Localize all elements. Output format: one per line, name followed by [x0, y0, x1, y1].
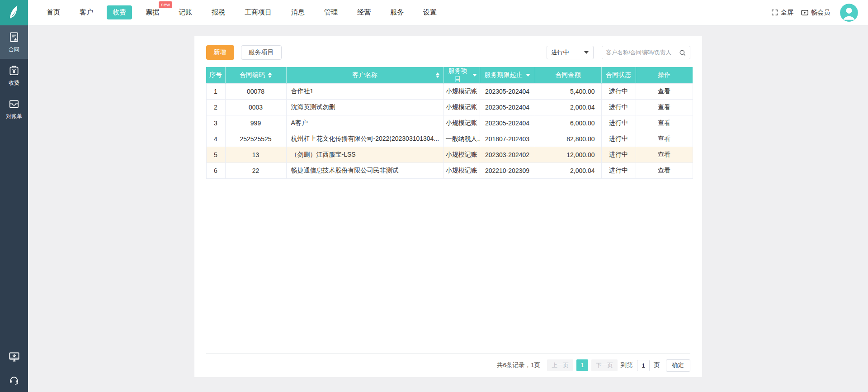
view-link[interactable]: 查看	[658, 87, 670, 95]
pagination-bar: 共6条记录，1页 上一页 1 下一页 到第 页 确定	[206, 353, 690, 377]
nav-tab-operations[interactable]: 经营	[351, 5, 377, 19]
confirm-button[interactable]: 确定	[666, 359, 690, 372]
cell-period: 202305-202404	[480, 100, 535, 115]
cell-service: 小规模记账	[443, 84, 480, 100]
view-link[interactable]: 查看	[658, 135, 670, 142]
avatar[interactable]	[840, 4, 858, 22]
sidebar-item-label: 对账单	[6, 113, 22, 120]
cell-amount: 5,400.00	[535, 84, 601, 100]
record-summary: 共6条记录，1页	[497, 361, 540, 369]
goto-prefix-label: 到第	[621, 361, 633, 369]
col-header-code[interactable]: 合同编码	[225, 67, 286, 84]
cell-code: 13	[225, 147, 286, 163]
content-area: 新增 服务项目 进行中 序号合同编码客户名称服务项目服务期限起止合同金额合同状态…	[28, 25, 868, 392]
col-header-label: 操作	[658, 71, 670, 79]
cell-status: 进行中	[601, 84, 636, 100]
cell-code: 0003	[225, 100, 286, 115]
sidebar-item-label: 合同	[9, 46, 19, 53]
col-header-label: 服务项目	[447, 67, 469, 83]
nav-tab-label: 工商项目	[245, 8, 272, 16]
nav-tab-label: 收费	[113, 8, 126, 16]
service-items-button[interactable]: 服务项目	[241, 45, 282, 60]
nav-tab-bookkeeping[interactable]: 记账	[173, 5, 198, 19]
filter-dropdown-icon[interactable]	[526, 74, 530, 76]
client-download-icon[interactable]	[8, 351, 20, 363]
cell-service: 小规模记账	[443, 163, 480, 179]
member-button[interactable]: 畅会员	[801, 9, 830, 17]
main-nav: 首页客户收费票据new记账报税工商项目消息管理经营服务设置	[41, 5, 443, 19]
view-link[interactable]: 查看	[658, 167, 670, 174]
nav-tab-business-projects[interactable]: 工商项目	[239, 5, 278, 19]
sidebar-item-contracts[interactable]: 合同	[0, 25, 28, 59]
cell-service: 小规模记账	[443, 147, 480, 163]
sidebar: 合同收费对账单	[0, 25, 28, 392]
col-header-period[interactable]: 服务期限起止	[480, 67, 535, 84]
col-header-label: 合同编码	[240, 71, 265, 79]
chevron-down-icon	[584, 51, 589, 54]
fullscreen-button[interactable]: 全屏	[771, 9, 793, 17]
nav-tab-fees[interactable]: 收费	[107, 5, 132, 19]
cell-customer: （勿删）江西服宝-LSS	[286, 147, 443, 163]
table-row: 513（勿删）江西服宝-LSS小规模记账202303-20240212,000.…	[206, 147, 693, 163]
nav-tab-label: 管理	[324, 8, 338, 16]
prev-page-button[interactable]: 上一页	[547, 359, 573, 371]
search-icon[interactable]	[679, 49, 690, 57]
nav-tab-label: 设置	[423, 8, 437, 16]
cell-action: 查看	[636, 84, 693, 100]
goto-page-input[interactable]	[637, 360, 650, 371]
topbar: 首页客户收费票据new记账报税工商项目消息管理经营服务设置 全屏 畅会员	[0, 0, 868, 25]
add-button[interactable]: 新增	[206, 45, 234, 60]
cell-code: 22	[225, 163, 286, 179]
status-filter-value: 进行中	[552, 48, 569, 57]
search-box	[602, 46, 690, 59]
cell-customer: A客户	[286, 115, 443, 131]
col-header-customer[interactable]: 客户名称	[286, 67, 443, 84]
nav-tab-customers[interactable]: 客户	[74, 5, 99, 19]
sidebar-item-statements[interactable]: 对账单	[0, 92, 28, 126]
col-header-index: 序号	[206, 67, 225, 84]
nav-tab-invoices[interactable]: 票据new	[140, 5, 165, 19]
cell-amount: 82,800.00	[535, 131, 601, 147]
sort-icon[interactable]	[436, 72, 439, 78]
sidebar-bottom	[0, 351, 28, 386]
nav-tab-management[interactable]: 管理	[318, 5, 344, 19]
logo-feather-icon	[5, 4, 23, 22]
cell-customer: 合作社1	[286, 84, 443, 100]
cell-status: 进行中	[601, 163, 636, 179]
sidebar-item-fees[interactable]: 收费	[0, 59, 28, 92]
view-link[interactable]: 查看	[658, 151, 670, 158]
cell-period: 201807-202403	[480, 131, 535, 147]
cell-service: 小规模记账	[443, 100, 480, 115]
nav-tab-services[interactable]: 服务	[384, 5, 410, 19]
cell-action: 查看	[636, 163, 693, 179]
cell-amount: 6,000.00	[535, 115, 601, 131]
nav-tab-settings[interactable]: 设置	[417, 5, 443, 19]
cell-customer: 杭州杠上花文化传播有限公司-2022(202303101304...	[286, 131, 443, 147]
nav-tab-label: 首页	[47, 8, 60, 16]
status-filter-select[interactable]: 进行中	[547, 46, 594, 59]
current-page-button[interactable]: 1	[576, 359, 588, 371]
fullscreen-label: 全屏	[781, 9, 793, 17]
view-link[interactable]: 查看	[658, 119, 670, 126]
nav-tab-tax[interactable]: 报税	[206, 5, 231, 19]
contract-icon	[8, 31, 20, 43]
view-link[interactable]: 查看	[658, 103, 670, 110]
app-logo[interactable]	[0, 0, 28, 25]
search-input[interactable]	[602, 49, 679, 56]
cell-code: 252525525	[225, 131, 286, 147]
cell-action: 查看	[636, 131, 693, 147]
member-label: 畅会员	[811, 9, 830, 17]
nav-tab-home[interactable]: 首页	[41, 5, 66, 19]
col-header-service[interactable]: 服务项目	[443, 67, 480, 84]
col-header-label: 合同状态	[606, 71, 631, 79]
sort-icon[interactable]	[268, 72, 272, 78]
cell-period: 202303-202402	[480, 147, 535, 163]
cell-status: 进行中	[601, 131, 636, 147]
nav-tab-messages[interactable]: 消息	[285, 5, 311, 19]
table-row: 622畅捷通信息技术股份有限公司民非测试小规模记账202210-2023092,…	[206, 163, 693, 179]
filter-dropdown-icon[interactable]	[472, 74, 477, 76]
cell-index: 5	[206, 147, 225, 163]
cell-code: 00078	[225, 84, 286, 100]
next-page-button[interactable]: 下一页	[591, 359, 618, 371]
customer-support-icon[interactable]	[8, 374, 20, 386]
